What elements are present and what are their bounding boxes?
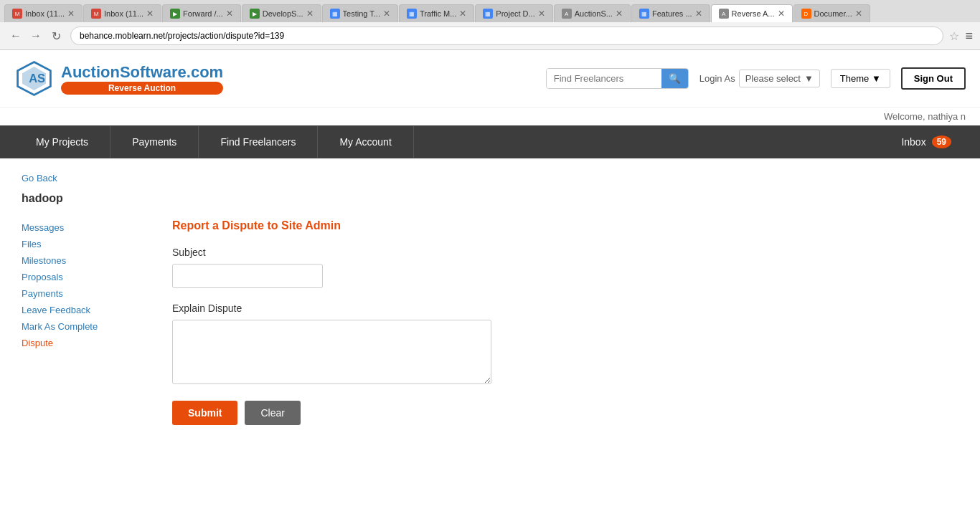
browser-chrome: M Inbox (11... ✕ M Inbox (11... ✕ ▶ Forw… xyxy=(0,0,980,50)
sidebar-nav: Messages Files Milestones Proposals Paym… xyxy=(22,219,151,425)
project-title: hadoop xyxy=(22,192,958,205)
back-button[interactable]: ← xyxy=(7,27,24,44)
welcome-text: Welcome, nathiya n xyxy=(884,111,966,122)
tab-favicon-traffic: ▦ xyxy=(407,9,417,19)
tab-features[interactable]: ▦ Features ... ✕ xyxy=(631,4,710,22)
tab-title-6: Traffic M... xyxy=(420,9,456,18)
tab-close-11[interactable]: ✕ xyxy=(855,9,862,19)
sidebar-leave-feedback[interactable]: Leave Feedback xyxy=(22,302,151,318)
tab-title-7: Project D... xyxy=(496,9,534,18)
tab-close-9[interactable]: ✕ xyxy=(695,9,702,19)
subject-group: Subject xyxy=(172,247,958,288)
nav-find-freelancers[interactable]: Find Freelancers xyxy=(199,126,318,158)
explain-label: Explain Dispute xyxy=(172,302,958,314)
tab-develops[interactable]: ▶ DevelopS... ✕ xyxy=(242,4,321,22)
tab-close-3[interactable]: ✕ xyxy=(226,9,233,19)
browser-tabs: M Inbox (11... ✕ M Inbox (11... ✕ ▶ Forw… xyxy=(0,0,980,22)
tab-auction[interactable]: A AuctionS... ✕ xyxy=(554,4,631,22)
sidebar-mark-as-complete[interactable]: Mark As Complete xyxy=(22,318,151,335)
main-content: Report a Dispute to Site Admin Subject E… xyxy=(172,219,958,425)
nav-payments[interactable]: Payments xyxy=(110,126,199,158)
sidebar-files[interactable]: Files xyxy=(22,236,151,252)
tab-title-2: Inbox (11... xyxy=(104,9,143,18)
tab-favicon-project: ▦ xyxy=(483,9,493,19)
search-box: 🔍 xyxy=(546,68,689,89)
submit-button[interactable]: Submit xyxy=(172,401,237,425)
subject-input[interactable] xyxy=(172,264,323,288)
tab-close-2[interactable]: ✕ xyxy=(146,9,154,19)
menu-button[interactable]: ≡ xyxy=(965,29,973,44)
tab-title-5: Testing T... xyxy=(343,9,380,18)
tab-close-10[interactable]: ✕ xyxy=(778,9,785,19)
tab-favicon-features: ▦ xyxy=(639,9,649,19)
tab-close-5[interactable]: ✕ xyxy=(383,9,390,19)
tab-document[interactable]: D Documer... ✕ xyxy=(793,4,870,22)
tab-close-1[interactable]: ✕ xyxy=(67,9,75,19)
tab-testing[interactable]: ▦ Testing T... ✕ xyxy=(322,4,398,22)
explain-group: Explain Dispute xyxy=(172,302,958,386)
login-as-text: Login As xyxy=(699,73,735,84)
tab-title-3: Forward /... xyxy=(183,9,223,18)
forward-button[interactable]: → xyxy=(27,27,44,44)
tab-favicon-reverse: A xyxy=(719,9,729,19)
logo-text: AuctionSoftware.com Reverse Auction xyxy=(61,63,223,95)
tab-title-4: DevelopS... xyxy=(263,9,303,18)
theme-button[interactable]: Theme ▼ xyxy=(831,69,890,88)
sidebar-payments[interactable]: Payments xyxy=(22,285,151,302)
inbox-label: Inbox xyxy=(901,136,925,148)
nav-my-account[interactable]: My Account xyxy=(318,126,413,158)
login-select-arrow: ▼ xyxy=(804,73,814,84)
logo-area: AS AuctionSoftware.com Reverse Auction xyxy=(14,59,223,98)
tab-project[interactable]: ▦ Project D... ✕ xyxy=(475,4,552,22)
search-button[interactable]: 🔍 xyxy=(661,69,688,88)
go-back-link[interactable]: Go Back xyxy=(22,173,57,184)
theme-arrow-icon: ▼ xyxy=(872,73,881,84)
tab-favicon-develops: ▶ xyxy=(250,9,260,19)
logo-name: AuctionSoftware.com xyxy=(61,63,223,82)
tab-gmail-1[interactable]: M Inbox (11... ✕ xyxy=(4,4,83,22)
login-select[interactable]: Please select ▼ xyxy=(739,70,820,87)
tab-favicon-forward: ▶ xyxy=(170,9,180,19)
nav-inbox[interactable]: Inbox 59 xyxy=(887,125,966,158)
tab-reverse[interactable]: A Reverse A... ✕ xyxy=(711,4,793,22)
tab-title-8: AuctionS... xyxy=(575,9,613,18)
tab-close-6[interactable]: ✕ xyxy=(459,9,466,19)
sidebar-proposals[interactable]: Proposals xyxy=(22,269,151,285)
logo-svg: AS xyxy=(14,59,54,98)
address-input[interactable] xyxy=(70,27,943,45)
login-as-label: Login As Please select ▼ xyxy=(699,70,820,87)
page-layout: Messages Files Milestones Proposals Paym… xyxy=(22,219,958,425)
form-title: Report a Dispute to Site Admin xyxy=(172,219,958,232)
welcome-bar: Welcome, nathiya n xyxy=(0,108,980,125)
signout-button[interactable]: Sign Out xyxy=(901,67,966,90)
tab-close-8[interactable]: ✕ xyxy=(616,9,623,19)
tab-close-7[interactable]: ✕ xyxy=(538,9,545,19)
bookmark-button[interactable]: ☆ xyxy=(949,29,959,43)
theme-label: Theme xyxy=(840,73,869,84)
nav-my-projects[interactable]: My Projects xyxy=(14,126,110,158)
tab-favicon-testing: ▦ xyxy=(330,9,340,19)
tab-traffic[interactable]: ▦ Traffic M... ✕ xyxy=(399,4,474,22)
svg-text:AS: AS xyxy=(29,72,45,85)
login-select-value: Please select xyxy=(745,73,801,84)
logo-badge: Reverse Auction xyxy=(61,82,223,95)
tab-favicon-auction: A xyxy=(562,9,572,19)
search-input[interactable] xyxy=(547,69,661,88)
header-right: 🔍 Login As Please select ▼ Theme ▼ Sign … xyxy=(546,67,966,90)
tab-close-4[interactable]: ✕ xyxy=(306,9,314,19)
explain-textarea[interactable] xyxy=(172,320,491,384)
tab-title-11: Documer... xyxy=(814,9,852,18)
address-bar-row: ← → ↻ ☆ ≡ xyxy=(0,22,980,49)
main-nav: My Projects Payments Find Freelancers My… xyxy=(0,125,980,158)
sidebar-messages[interactable]: Messages xyxy=(22,219,151,236)
sidebar-milestones[interactable]: Milestones xyxy=(22,252,151,269)
tab-gmail-2[interactable]: M Inbox (11... ✕ xyxy=(83,4,161,22)
site-header: AS AuctionSoftware.com Reverse Auction 🔍… xyxy=(0,50,980,108)
tab-forward[interactable]: ▶ Forward /... ✕ xyxy=(162,4,241,22)
tab-title-9: Features ... xyxy=(652,9,692,18)
reload-button[interactable]: ↻ xyxy=(47,27,65,44)
tab-favicon-gmail-1: M xyxy=(12,9,22,19)
tab-title-10: Reverse A... xyxy=(732,9,775,18)
clear-button[interactable]: Clear xyxy=(245,401,300,425)
sidebar-dispute[interactable]: Dispute xyxy=(22,335,151,351)
